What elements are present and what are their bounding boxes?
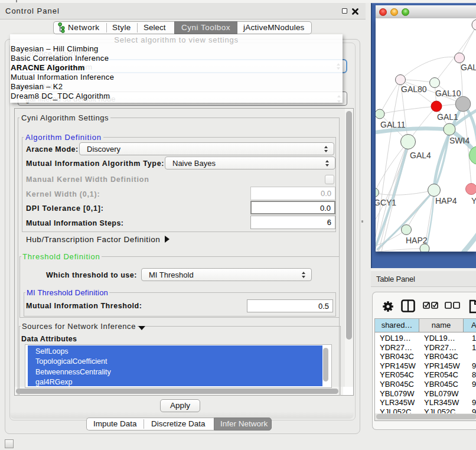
svg-text:HAP2: HAP2 xyxy=(406,236,428,245)
svg-text:GAL10: GAL10 xyxy=(435,89,461,98)
svg-text:SWI4: SWI4 xyxy=(449,136,470,145)
svg-text:Y: Y xyxy=(471,196,476,206)
svg-text:HAP4: HAP4 xyxy=(435,196,457,206)
svg-text:GAL1: GAL1 xyxy=(437,112,458,122)
svg-text:GAL4: GAL4 xyxy=(410,151,431,160)
svg-text:GAL80: GAL80 xyxy=(401,84,427,94)
svg-text:GAL2: GAL2 xyxy=(461,63,476,72)
svg-text:GAL11: GAL11 xyxy=(380,120,406,129)
svg-text:GCY1: GCY1 xyxy=(376,198,396,207)
